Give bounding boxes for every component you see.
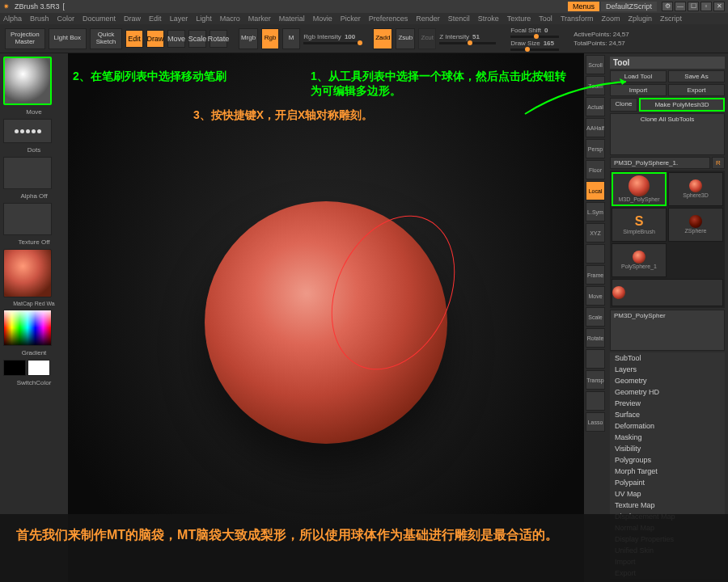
viewport-xyz-button[interactable]: XYZ <box>586 223 605 242</box>
section-surface[interactable]: Surface <box>610 409 725 420</box>
viewport-persp-button[interactable]: Persp <box>586 139 605 158</box>
section-polypaint[interactable]: Polypaint <box>610 477 725 488</box>
viewport-icon-9-button[interactable] <box>586 244 605 264</box>
clone-all-subtools-button[interactable]: Clone All SubTools <box>610 113 725 155</box>
focal-shift-slider[interactable] <box>510 36 559 38</box>
menu-picker[interactable]: Picker <box>341 15 361 23</box>
texture-preview[interactable] <box>3 203 52 235</box>
section-visibility[interactable]: Visibility <box>610 443 725 454</box>
zcut-button[interactable]: Zcut <box>418 28 436 49</box>
subtool-zsphere[interactable]: ZSphere <box>668 208 723 242</box>
menu-zscript[interactable]: Zscript <box>660 15 682 23</box>
subtool-polysphere_1[interactable]: PolySphere_1 <box>612 243 667 277</box>
viewport-scroll-button[interactable]: Scroll <box>586 55 605 74</box>
rgb-intensity-value[interactable]: 100 <box>345 33 355 40</box>
subtool-sphere3d[interactable]: Sphere3D <box>668 172 723 206</box>
zadd-button[interactable]: Zadd <box>373 28 392 49</box>
section-texture-map[interactable]: Texture Map <box>610 500 725 511</box>
current-tool-name[interactable]: PM3D_PolySphere_1. <box>610 157 710 169</box>
menu-stroke[interactable]: Stroke <box>478 15 499 23</box>
menu-brush[interactable]: Brush <box>30 15 49 23</box>
menu-color[interactable]: Color <box>57 15 75 23</box>
brush-preview[interactable] <box>3 57 52 105</box>
menu-tool[interactable]: Tool <box>539 15 552 23</box>
menu-marker[interactable]: Marker <box>248 15 271 23</box>
menu-zoom[interactable]: Zoom <box>602 15 620 23</box>
section-uv-map[interactable]: UV Map <box>610 488 725 500</box>
menu-macro[interactable]: Macro <box>220 15 240 23</box>
viewport-lasso-button[interactable]: Lasso <box>586 412 605 432</box>
section-preview[interactable]: Preview <box>610 398 725 409</box>
projection-master-button[interactable]: Projection Master <box>5 28 45 49</box>
config-icon[interactable]: ⚙ <box>662 2 673 11</box>
material-preview[interactable] <box>3 249 52 297</box>
alpha-preview[interactable] <box>3 157 52 189</box>
section-morph-target[interactable]: Morph Target <box>610 466 725 477</box>
menu-stencil[interactable]: Stencil <box>448 15 470 23</box>
viewport[interactable]: 1、从工具列表中选择一个球体，然后点击此按钮转为可编辑多边形。 3、按快捷键X，… <box>68 53 584 582</box>
rgb-intensity-slider[interactable] <box>303 42 360 44</box>
rgb-button[interactable]: Rgb <box>261 28 279 49</box>
minimize-icon[interactable]: — <box>675 2 686 11</box>
current-subtool-preview[interactable] <box>612 279 723 306</box>
swatch-primary[interactable] <box>28 360 50 376</box>
section-geometry[interactable]: Geometry <box>610 375 725 386</box>
viewport-aahalf-button[interactable]: AAHalf <box>586 118 605 137</box>
section-subtool[interactable]: SubTool <box>610 352 725 364</box>
z-intensity-value[interactable]: 51 <box>472 33 480 40</box>
menu-light[interactable]: Light <box>196 15 212 23</box>
menus-toggle[interactable]: Menus <box>568 2 599 11</box>
m-button[interactable]: M <box>282 28 300 49</box>
menu-texture[interactable]: Texture <box>507 15 531 23</box>
viewport-transp-button[interactable]: Transp <box>586 370 605 390</box>
viewport-local-button[interactable]: Local <box>586 181 605 200</box>
menu-alpha[interactable]: Alpha <box>3 15 22 23</box>
menu-zplugin[interactable]: Zplugin <box>629 15 653 23</box>
menu-movie[interactable]: Movie <box>313 15 332 23</box>
switchcolor-button[interactable]: SwitchColor <box>3 379 65 386</box>
menu-preferences[interactable]: Preferences <box>369 15 408 23</box>
section-deformation[interactable]: Deformation <box>610 420 725 432</box>
quicksketch-button[interactable]: Quick Sketch <box>90 28 122 49</box>
stroke-preview[interactable] <box>3 119 52 143</box>
menu-transform[interactable]: Transform <box>561 15 594 23</box>
viewport-rotate-button[interactable]: Rotate <box>586 328 605 348</box>
maximize-icon[interactable]: ☐ <box>688 2 699 11</box>
scale-mode-button[interactable]: Scale <box>188 30 206 48</box>
menu-render[interactable]: Render <box>416 15 440 23</box>
viewport-frame-button[interactable]: Frame <box>586 265 605 285</box>
viewport-floor-button[interactable]: Floor <box>586 160 605 179</box>
viewport-l.sym-button[interactable]: L.Sym <box>586 202 605 221</box>
menu-draw[interactable]: Draw <box>124 15 141 23</box>
edit-mode-button[interactable]: Edit <box>125 30 143 48</box>
reset-button[interactable]: R <box>712 157 725 169</box>
focal-shift-value[interactable]: 0 <box>544 27 548 34</box>
menu-edit[interactable]: Edit <box>149 15 162 23</box>
section-layers[interactable]: Layers <box>610 364 725 375</box>
mrgb-button[interactable]: Mrgb <box>239 28 258 49</box>
viewport-icon-16-button[interactable] <box>586 391 605 411</box>
draw-mode-button[interactable]: Draw <box>146 30 164 48</box>
zsub-button[interactable]: Zsub <box>396 28 415 49</box>
section-geometry-hd[interactable]: Geometry HD <box>610 386 725 398</box>
rotate-mode-button[interactable]: Rotate <box>210 30 227 48</box>
color-picker[interactable] <box>3 310 52 346</box>
make-polymesh-button[interactable]: Make PolyMesh3D <box>639 98 725 112</box>
lightbox-button[interactable]: Light Box <box>49 28 87 49</box>
draw-size-slider[interactable] <box>510 48 559 51</box>
save-as-button[interactable]: Save As <box>668 70 725 82</box>
menu-layer[interactable]: Layer <box>170 15 188 23</box>
subtool-simplebrush[interactable]: SSimpleBrush <box>612 208 667 242</box>
close-icon[interactable]: ✕ <box>713 2 725 11</box>
z-intensity-slider[interactable] <box>439 42 496 44</box>
menu-material[interactable]: Material <box>279 15 305 23</box>
current-subtool-name[interactable]: PM3D_PolySpher <box>610 310 725 352</box>
move-mode-button[interactable]: Move <box>167 30 185 48</box>
viewport-scale-button[interactable]: Scale <box>586 307 605 327</box>
menu-document[interactable]: Document <box>83 15 116 23</box>
zscript-indicator[interactable]: DefaultZScript <box>601 2 657 11</box>
viewport-icon-14-button[interactable] <box>586 349 605 369</box>
gradient-label[interactable]: Gradient <box>3 349 65 356</box>
export-button[interactable]: Export <box>668 84 725 96</box>
draw-size-value[interactable]: 165 <box>544 40 554 47</box>
